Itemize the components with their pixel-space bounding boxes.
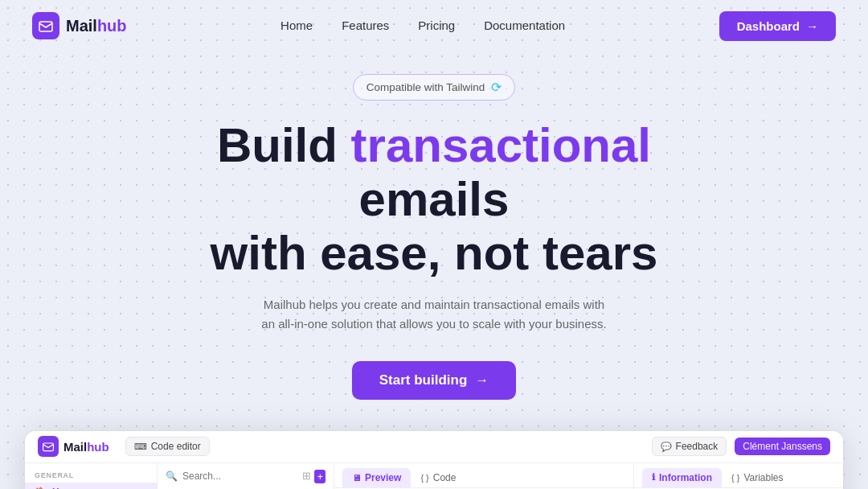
nav-home[interactable]: Home — [280, 18, 313, 32]
app-body: GENERAL 🏠 Home 📄 Templates CONFIGURATION… — [25, 463, 843, 489]
svg-rect-0 — [39, 22, 52, 31]
tab-variables[interactable]: { } Variables — [722, 468, 793, 487]
dashboard-button[interactable]: Dashboard → — [719, 11, 836, 41]
tab-preview[interactable]: 🖥 Preview — [342, 468, 411, 487]
app-logo-icon — [38, 436, 59, 457]
app-sidebar: GENERAL 🏠 Home 📄 Templates CONFIGURATION — [25, 463, 158, 489]
preview-tabs: 🖥 Preview { } Code — [334, 463, 633, 488]
app-logo: Mailhub — [38, 436, 109, 457]
search-extra-icon-1[interactable]: ⊞ — [302, 470, 311, 483]
compatible-badge: Compatible with Tailwind ⟳ — [353, 74, 516, 101]
app-preview: Mailhub ⌨ Code editor 💬 Feedback Clément… — [24, 430, 844, 489]
nav-features[interactable]: Features — [342, 18, 389, 32]
email-preview-panel: 🖥 Preview { } Code — [334, 463, 634, 489]
logo-icon — [32, 12, 59, 39]
app-topbar: Mailhub ⌨ Code editor 💬 Feedback Clément… — [25, 431, 843, 463]
search-input[interactable] — [182, 471, 297, 482]
email-list: 🔍 ⊞ + Reset your password 17h to: john.d… — [158, 463, 334, 489]
email-search-bar: 🔍 ⊞ + — [158, 463, 334, 489]
info-tabs: ℹ Information { } Variables — [634, 463, 843, 488]
search-extra-icon-2[interactable]: + — [314, 470, 326, 483]
svg-rect-1 — [43, 443, 54, 451]
variables-icon: { } — [731, 473, 739, 483]
hero-title: Build transactional emails with ease, no… — [145, 118, 723, 281]
app-topbar-right: 💬 Feedback Clément Janssens — [652, 437, 830, 456]
navbar: Mailhub Home Features Pricing Documentat… — [0, 0, 868, 51]
feedback-icon: 💬 — [661, 442, 672, 452]
tailwind-icon: ⟳ — [491, 80, 502, 95]
search-icon: 🔍 — [166, 471, 178, 482]
search-action-icons: ⊞ + — [302, 470, 326, 483]
home-icon: 🏠 — [35, 487, 46, 489]
brand-logo[interactable]: Mailhub — [32, 12, 127, 39]
hero-section: Compatible with Tailwind ⟳ Build transac… — [0, 51, 868, 430]
sidebar-item-home[interactable]: 🏠 Home — [25, 483, 157, 489]
user-menu-button[interactable]: Clément Janssens — [735, 438, 830, 455]
info-panel: ℹ Information { } Variables INFORMATION … — [634, 463, 843, 489]
tab-information[interactable]: ℹ Information — [642, 468, 722, 487]
code-editor-button[interactable]: ⌨ Code editor — [125, 437, 210, 456]
app-preview-wrapper: Mailhub ⌨ Code editor 💬 Feedback Clément… — [0, 430, 868, 489]
sidebar-general-label: GENERAL — [25, 471, 157, 483]
feedback-button[interactable]: 💬 Feedback — [652, 437, 727, 456]
nav-documentation[interactable]: Documentation — [484, 18, 565, 32]
code-braces-icon: { } — [420, 473, 428, 483]
start-building-button[interactable]: Start building → — [352, 361, 517, 400]
hero-subtitle: Mailhub helps you create and maintain tr… — [257, 295, 611, 334]
nav-links: Home Features Pricing Documentation — [280, 18, 565, 33]
monitor-icon: 🖥 — [352, 473, 361, 483]
code-icon: ⌨ — [134, 442, 147, 452]
nav-pricing[interactable]: Pricing — [418, 18, 455, 32]
info-icon: ℹ — [652, 472, 655, 483]
brand-name: Mailhub — [66, 17, 127, 35]
tab-code[interactable]: { } Code — [411, 468, 465, 487]
